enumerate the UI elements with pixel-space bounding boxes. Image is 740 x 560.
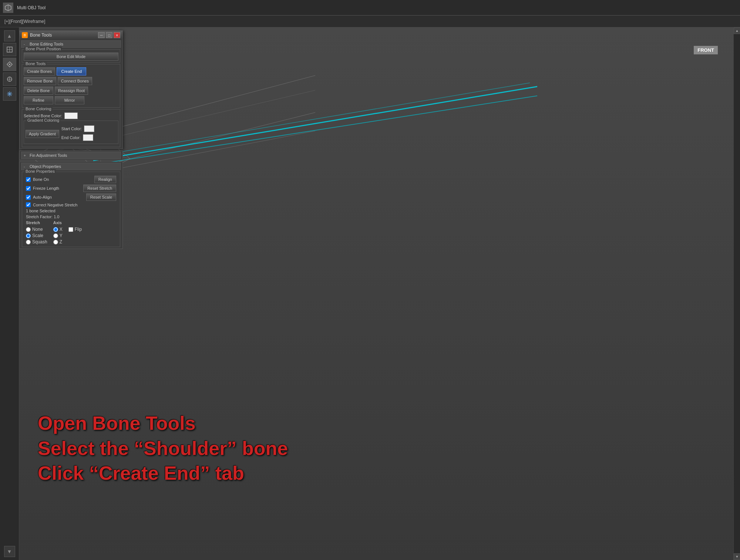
create-end-btn[interactable]: Create End	[57, 67, 86, 75]
obj-props-label: Object Properties	[30, 164, 61, 169]
nav-up[interactable]: ▲	[4, 30, 15, 41]
axis-x-label: X	[60, 227, 63, 232]
gradient-coloring-label: Gradient Coloring	[26, 118, 60, 122]
dialog-titlebar: B Bone Tools ─ □ ✕	[20, 31, 122, 40]
axis-z-radio[interactable]	[53, 240, 58, 244]
overlay-line2: Select the “Shoulder” bone	[38, 436, 288, 461]
scroll-down-btn[interactable]: ▼	[734, 553, 740, 560]
viewport-header: [+][Front][Wireframe]	[0, 16, 740, 27]
correct-negative-checkbox[interactable]	[26, 202, 31, 207]
btn-row-3: Delete Bone Reassign Root	[24, 87, 118, 95]
fin-collapse-icon[interactable]: +	[24, 154, 28, 158]
scroll-up-btn[interactable]: ▲	[734, 27, 740, 34]
bone-coloring-label: Bone Coloring	[24, 107, 53, 111]
fin-adjustment-panel: + Fin Adjustment Tools	[19, 151, 123, 160]
bone-pivot-group: Bone Pivot Position Bone Edit Mode	[22, 49, 120, 63]
auto-align-label: Auto-Align	[33, 195, 52, 199]
flip-label: Flip	[75, 227, 82, 232]
svg-point-5	[9, 64, 10, 65]
maximize-btn[interactable]: □	[106, 32, 112, 38]
stretch-none-row: None	[26, 227, 47, 232]
gradient-coloring-group: Gradient Coloring Apply Gradient Start C…	[24, 121, 118, 144]
axis-col: Axis X Flip Y	[53, 220, 82, 244]
selected-bone-color-swatch[interactable]	[64, 112, 78, 119]
overlay-text: Open Bone Tools Select the “Shoulder” bo…	[38, 411, 288, 486]
bone-tools-dialog: B Bone Tools ─ □ ✕ - Bone Editing Tools …	[19, 30, 123, 149]
stretch-factor-text: Stretch Factor: 1.0	[26, 215, 59, 219]
svg-point-13	[9, 93, 10, 95]
connect-bones-btn[interactable]: Connect Bones	[58, 77, 92, 85]
sidebar-icon-2[interactable]	[3, 58, 16, 71]
app-icon	[3, 3, 13, 13]
freeze-length-row: Freeze Length Reset Stretch	[24, 184, 118, 193]
viewport: FRONT Open Bone Tools Select the “Should…	[19, 27, 740, 560]
minimize-btn[interactable]: ─	[98, 32, 105, 38]
bone-on-checkbox[interactable]	[26, 177, 31, 182]
axis-y-row: Y	[53, 233, 82, 238]
section-label: Bone Editing Tools	[30, 42, 63, 46]
right-scrollbar[interactable]: ▲ ▼	[733, 27, 740, 560]
stretch-col: Stretch None Scale Squash	[26, 220, 47, 244]
axis-y-label: Y	[60, 233, 63, 238]
bone-tools-label: Bone Tools	[24, 61, 47, 66]
end-color-swatch[interactable]	[83, 134, 93, 141]
axis-x-radio[interactable]	[53, 227, 58, 232]
correct-negative-row: Correct Negative Stretch	[24, 202, 118, 208]
axis-y-radio[interactable]	[53, 233, 58, 238]
mirror-btn[interactable]: Mirror	[55, 96, 84, 104]
nav-down[interactable]: ▼	[4, 546, 15, 557]
bone-on-label: Bone On	[33, 177, 49, 182]
bone-edit-mode-btn[interactable]: Bone Edit Mode	[24, 53, 118, 61]
freeze-length-checkbox[interactable]	[26, 186, 31, 191]
sidebar-icon-1[interactable]	[3, 43, 16, 56]
bone-properties-group: Bone Properties Bone On Realign Freeze L…	[22, 172, 120, 247]
apply-gradient-btn[interactable]: Apply Gradient	[26, 130, 59, 138]
bone-tools-group: Bone Tools Create Bones Create End Remov…	[22, 64, 120, 108]
front-label: FRONT	[694, 46, 718, 54]
stretch-squash-radio[interactable]	[26, 240, 31, 244]
bones-selected-row: 1 bone Selected	[24, 208, 118, 214]
realign-btn[interactable]: Realign	[94, 176, 116, 183]
close-btn[interactable]: ✕	[114, 32, 120, 38]
stretch-scale-label: Scale	[32, 233, 43, 238]
stretch-squash-label: Squash	[32, 239, 47, 244]
delete-bone-btn[interactable]: Delete Bone	[24, 87, 53, 95]
create-bones-btn[interactable]: Create Bones	[24, 67, 55, 75]
remove-bone-btn[interactable]: Remove Bone	[24, 77, 56, 85]
app-title: Multi OBJ Tool	[17, 5, 46, 10]
btn-row-2: Remove Bone Connect Bones	[24, 77, 118, 85]
collapse-icon[interactable]: -	[24, 42, 28, 46]
refine-btn[interactable]: Refine	[24, 96, 53, 104]
stretch-scale-radio[interactable]	[26, 233, 31, 238]
reset-stretch-btn[interactable]: Reset Stretch	[83, 185, 116, 192]
start-color-row: Start Color:	[61, 125, 95, 132]
object-properties-panel: - Object Properties Bone Properties Bone…	[19, 162, 123, 249]
selected-bone-color-label: Selected Bone Color:	[24, 114, 62, 118]
start-color-swatch[interactable]	[84, 125, 94, 132]
overlay-line1: Open Bone Tools	[38, 411, 288, 436]
main-area: ▲	[0, 27, 740, 560]
stretch-none-label: None	[32, 227, 43, 232]
reassign-root-btn[interactable]: Reassign Root	[55, 87, 88, 95]
sidebar-icon-3[interactable]	[3, 72, 16, 86]
stretch-scale-row: Scale	[26, 233, 47, 238]
left-sidebar: ▲	[0, 27, 19, 560]
stretch-axis-section: Stretch None Scale Squash	[24, 220, 118, 245]
start-color-label: Start Color:	[61, 126, 82, 131]
bone-properties-label: Bone Properties	[24, 169, 56, 173]
bone-on-row: Bone On Realign	[24, 175, 118, 184]
auto-align-checkbox[interactable]	[26, 195, 31, 200]
obj-props-collapse-icon[interactable]: -	[24, 165, 28, 169]
panel-area: B Bone Tools ─ □ ✕ - Bone Editing Tools …	[19, 27, 123, 249]
correct-negative-label: Correct Negative Stretch	[33, 203, 77, 207]
auto-align-row: Auto-Align Reset Scale	[24, 193, 118, 202]
bones-selected-text: 1 bone Selected	[26, 209, 56, 213]
viewport-label: [+][Front][Wireframe]	[4, 19, 45, 24]
stretch-none-radio[interactable]	[26, 227, 31, 232]
sidebar-icon-snowflake[interactable]	[3, 87, 16, 101]
stretch-squash-row: Squash	[26, 239, 47, 244]
fin-adjustment-header[interactable]: + Fin Adjustment Tools	[21, 152, 121, 159]
btn-row-1: Create Bones Create End	[24, 67, 118, 75]
flip-checkbox[interactable]	[68, 227, 73, 232]
reset-scale-btn[interactable]: Reset Scale	[86, 193, 116, 201]
